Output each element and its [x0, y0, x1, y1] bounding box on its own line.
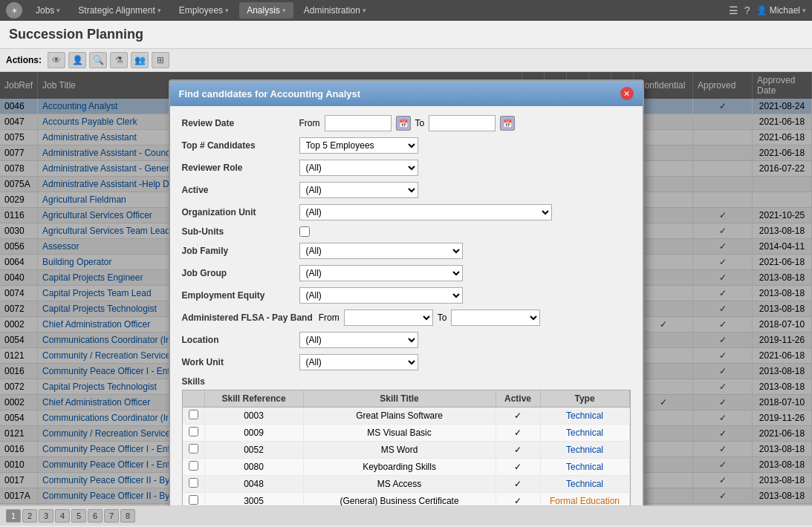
skill-row: 0052 MS Word ✓ Technical: [183, 442, 630, 459]
grid-action-icon[interactable]: ⊞: [152, 52, 169, 68]
top-candidates-select[interactable]: Top 5 Employees Top 10 Employees Top 15 …: [299, 137, 418, 154]
sub-units-label: Sub-Units: [182, 226, 293, 237]
page-title: Succession Planning: [9, 27, 803, 42]
reviewer-role-select[interactable]: (All): [299, 160, 418, 176]
skill-check-cell: [183, 459, 205, 476]
page-7-button[interactable]: 7: [104, 509, 119, 523]
skill-title-cell: Keyboarding Skills: [303, 459, 496, 476]
calendar-to-icon[interactable]: 📅: [500, 116, 515, 131]
skill-type-cell: Technical: [540, 425, 629, 442]
page-1-button[interactable]: 1: [6, 509, 21, 523]
filter-action-icon[interactable]: ⚗: [110, 52, 128, 68]
work-unit-row: Work Unit (All): [182, 354, 631, 370]
person-action-icon[interactable]: 👤: [68, 52, 86, 68]
skill-checkbox[interactable]: [189, 478, 198, 488]
job-group-select[interactable]: (All): [299, 265, 463, 281]
org-unit-label: Organization Unit: [182, 207, 293, 217]
page-6-button[interactable]: 6: [88, 509, 103, 523]
actions-label: Actions:: [6, 55, 42, 65]
administration-arrow-icon: ▾: [363, 7, 366, 14]
calendar-from-icon[interactable]: 📅: [396, 116, 411, 131]
skill-active-cell: ✓: [496, 442, 540, 459]
skill-checkbox[interactable]: [189, 410, 198, 419]
employment-equity-controls: (All): [299, 287, 631, 304]
modal-close-button[interactable]: ✕: [620, 87, 634, 100]
app-logo[interactable]: ☀: [6, 2, 22, 19]
skill-row: 0009 MS Visual Basic ✓ Technical: [183, 425, 630, 442]
work-unit-label: Work Unit: [182, 357, 293, 367]
work-unit-controls: (All): [299, 354, 631, 370]
employees-arrow-icon: ▾: [225, 7, 229, 14]
skill-title-cell: MS Access: [303, 476, 496, 493]
review-date-label: Review Date: [182, 118, 293, 128]
skills-table-body: 0003 Great Plains Software ✓ Technical 0…: [183, 407, 630, 506]
skill-ref-cell: 0009: [204, 425, 303, 442]
main-content: JobRef Job Title Confidential Approved A…: [0, 72, 812, 505]
employment-equity-row: Employment Equity (All): [182, 287, 631, 304]
skills-table: Skill Reference Skill Title Active Type …: [183, 390, 630, 505]
flsa-from-select[interactable]: [344, 310, 433, 326]
employment-equity-select[interactable]: (All): [299, 287, 463, 304]
col-skill-title: Skill Title: [303, 390, 496, 407]
skill-ref-cell: 0052: [204, 442, 303, 459]
nav-strategic-alignment[interactable]: Strategic Alignment ▾: [71, 2, 168, 19]
nav-employees[interactable]: Employees ▾: [172, 2, 236, 19]
nav-administration[interactable]: Administration ▾: [296, 2, 374, 19]
job-group-controls: (All): [299, 265, 631, 281]
page-8-button[interactable]: 8: [120, 509, 135, 523]
col-skill-check: [183, 390, 205, 407]
col-skill-ref: Skill Reference: [204, 390, 303, 407]
review-date-controls: From 📅 To 📅: [299, 115, 631, 131]
nav-jobs[interactable]: Jobs ▾: [28, 2, 68, 19]
actions-bar: Actions: 👁 👤 🔍 ⚗ 👥 ⊞: [0, 49, 812, 72]
org-unit-select[interactable]: (All): [299, 204, 552, 220]
skill-checkbox[interactable]: [189, 495, 198, 505]
menu-icon[interactable]: ☰: [729, 4, 738, 16]
modal-overlay: Find candidates for Accounting Analyst ✕…: [0, 72, 812, 505]
review-date-from-input[interactable]: [325, 115, 392, 131]
pagination: 1 2 3 4 5 6 7 8: [0, 505, 812, 526]
location-select[interactable]: (All): [299, 332, 418, 348]
skill-type-cell: Technical: [540, 476, 629, 493]
location-row: Location (All): [182, 332, 631, 348]
skill-check-cell: [183, 442, 205, 459]
sub-units-controls: [299, 226, 631, 237]
skill-title-cell: MS Word: [303, 442, 496, 459]
org-unit-row: Organization Unit (All): [182, 204, 631, 220]
review-date-to-input[interactable]: [429, 115, 496, 131]
top-candidates-controls: Top 5 Employees Top 10 Employees Top 15 …: [299, 137, 631, 154]
skill-active-cell: ✓: [496, 407, 540, 425]
skill-checkbox[interactable]: [189, 461, 198, 471]
view-action-icon[interactable]: 👁: [48, 52, 65, 68]
skill-row: 0048 MS Access ✓ Technical: [183, 476, 630, 493]
search-action-icon[interactable]: 🔍: [89, 52, 107, 68]
review-date-row: Review Date From 📅 To 📅: [182, 115, 631, 131]
active-select[interactable]: (All) Yes No: [299, 182, 418, 198]
strategic-alignment-arrow-icon: ▾: [157, 7, 161, 14]
location-controls: (All): [299, 332, 631, 348]
to-label: To: [415, 118, 425, 128]
skill-checkbox[interactable]: [189, 427, 198, 436]
location-label: Location: [182, 335, 293, 345]
help-icon[interactable]: ?: [744, 4, 750, 16]
nav-analysis[interactable]: Analysis ▾: [239, 2, 293, 19]
top-candidates-row: Top # Candidates Top 5 Employees Top 10 …: [182, 137, 631, 154]
user-menu[interactable]: 👤 Michael ▾: [756, 5, 806, 16]
page-4-button[interactable]: 4: [55, 509, 70, 523]
flsa-label: Administered FLSA - Pay Band: [182, 312, 313, 323]
page-2-button[interactable]: 2: [22, 509, 37, 523]
skill-row: 0003 Great Plains Software ✓ Technical: [183, 407, 630, 425]
skill-checkbox[interactable]: [189, 444, 198, 454]
skill-ref-cell: 0003: [204, 407, 303, 425]
flsa-to-select[interactable]: [451, 310, 540, 326]
reviewer-role-label: Reviewer Role: [182, 163, 293, 173]
people-action-icon[interactable]: 👥: [131, 52, 149, 68]
sub-units-checkbox[interactable]: [299, 226, 310, 237]
job-family-controls: (All): [299, 243, 631, 259]
job-family-select[interactable]: (All): [299, 243, 463, 259]
page-5-button[interactable]: 5: [71, 509, 86, 523]
page-3-button[interactable]: 3: [39, 509, 53, 523]
analysis-arrow-icon: ▾: [282, 7, 286, 14]
skill-row: 0080 Keyboarding Skills ✓ Technical: [183, 459, 630, 476]
work-unit-select[interactable]: (All): [299, 354, 418, 370]
